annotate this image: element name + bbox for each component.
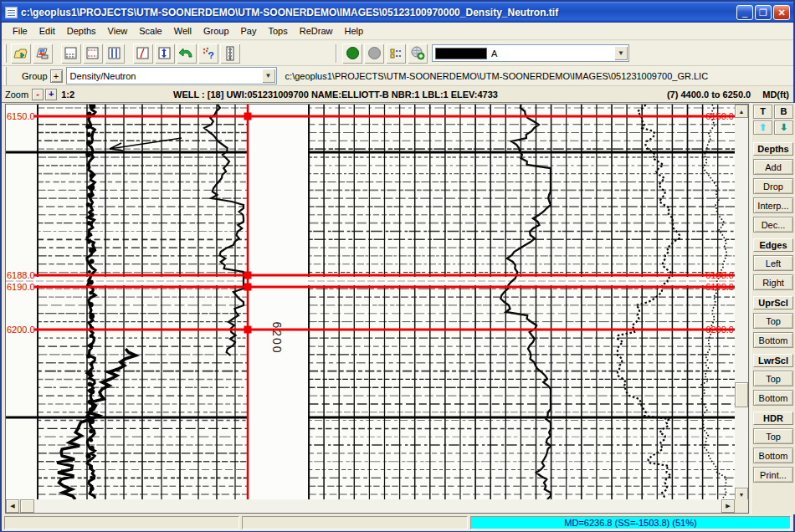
uprscl-bottom-button[interactable]: Bottom <box>753 332 793 348</box>
vertical-lines-icon[interactable] <box>105 43 125 64</box>
hdr-bottom-button[interactable]: Bottom <box>753 448 793 463</box>
group-label: Group <box>22 71 48 81</box>
scrollbar-corner <box>735 499 748 513</box>
edges-grid-icon[interactable] <box>83 43 103 64</box>
depths-interp--button[interactable]: Interp... <box>753 197 793 213</box>
section-header-uprscl: UprScl <box>753 296 793 309</box>
menu-item-pay[interactable]: Pay <box>235 24 263 38</box>
menu-item-view[interactable]: View <box>102 24 134 38</box>
section-header-edges: Edges <box>753 238 793 252</box>
well-info: WELL : [18] UWI:051231009700 NAME:ELLIOT… <box>173 90 498 100</box>
app-window: c:\geoplus1\PROJECTS\UTM-SOONERDEMO\UTM-… <box>0 0 795 532</box>
barcode-icon[interactable] <box>220 43 240 64</box>
zoom-label: Zoom <box>5 90 28 100</box>
status-panel-2 <box>242 516 468 529</box>
title-bar[interactable]: c:\geoplus1\PROJECTS\UTM-SOONERDEMO\UTM-… <box>2 2 793 23</box>
side-panel-sections: DepthsAddDropInterp...Dec...EdgesLeftRig… <box>753 136 793 483</box>
section-header-lwrscl: LwrScl <box>753 354 793 367</box>
horizontal-scroll-thumb[interactable] <box>20 499 34 513</box>
main-area: 62006150.06150.06188.06188.06190.06190.0… <box>2 103 795 514</box>
log-canvas[interactable]: 62006150.06150.06188.06188.06190.06190.0… <box>6 105 735 499</box>
groupbar-grip[interactable] <box>4 67 7 85</box>
zoom-ratio: 1:2 <box>61 90 74 100</box>
hdr-print--button[interactable]: Print... <box>753 467 793 483</box>
layer-color-swatch <box>435 48 487 59</box>
status-green-icon[interactable] <box>342 43 362 64</box>
toolbar-grip[interactable] <box>4 44 7 63</box>
lwrscl-top-button[interactable]: Top <box>753 371 793 386</box>
menu-item-help[interactable]: Help <box>338 24 369 38</box>
menu-item-edit[interactable]: Edit <box>33 24 61 38</box>
menu-item-group[interactable]: Group <box>197 24 235 38</box>
image-display-icon[interactable] <box>33 43 53 64</box>
uprscl-top-button[interactable]: Top <box>753 313 793 329</box>
depth-units: MD(ft) <box>762 90 789 100</box>
depths-drop-button[interactable]: Drop <box>753 178 793 194</box>
depths-dec--button[interactable]: Dec... <box>753 217 793 233</box>
scroll-up-arrow-button[interactable]: ⬆ <box>753 120 772 135</box>
curve-line-icon[interactable] <box>133 43 153 64</box>
section-header-depths: Depths <box>753 142 793 156</box>
svg-text:6190.0: 6190.0 <box>7 282 35 292</box>
group-select[interactable]: Density/Neutron ▼ <box>66 67 277 84</box>
layer-select[interactable]: A ▼ <box>432 44 629 62</box>
scroll-down-arrow-button[interactable]: ⬇ <box>774 120 793 135</box>
svg-text:6200.0: 6200.0 <box>7 325 35 335</box>
zoom-out-button[interactable]: - <box>32 89 44 100</box>
menu-item-scale[interactable]: Scale <box>133 24 168 38</box>
menu-item-depths[interactable]: Depths <box>61 24 102 38</box>
vertical-scroll-thumb[interactable] <box>735 382 748 407</box>
lwrscl-bottom-button[interactable]: Bottom <box>753 390 793 406</box>
depth-grid-icon[interactable] <box>61 43 81 64</box>
depth-range: (7) 4400.0 to 6250.0 <box>667 90 751 100</box>
svg-text:?: ? <box>208 50 214 60</box>
log-frame: 62006150.06150.06188.06188.06190.06190.0… <box>5 104 749 514</box>
app-icon <box>5 7 18 18</box>
group-select-arrow[interactable]: ▼ <box>262 69 275 83</box>
close-button[interactable]: ✕ <box>773 5 790 20</box>
section-header-hdr: HDR <box>753 412 793 425</box>
top-depth-button[interactable]: T <box>753 105 772 119</box>
menu-item-file[interactable]: File <box>7 24 33 38</box>
layer-select-arrow[interactable]: ▼ <box>614 46 628 60</box>
main-toolbar: ? A ▼ <box>2 41 793 66</box>
layer-label: A <box>491 49 497 59</box>
group-bar: Group + Density/Neutron ▼ c:\geoplus1\PR… <box>2 66 793 86</box>
svg-text:6200: 6200 <box>270 321 284 354</box>
group-add-button[interactable]: + <box>50 69 63 83</box>
scroll-up-icon[interactable]: ▲ <box>735 105 748 118</box>
bottom-depth-button[interactable]: B <box>774 105 793 119</box>
open-file-icon[interactable] <box>11 43 31 64</box>
md-readout: MD=6236.8 (SS=-1503.8) (51%) <box>470 516 791 529</box>
list-items-icon[interactable] <box>386 43 406 64</box>
window-title: c:\geoplus1\PROJECTS\UTM-SOONERDEMO\UTM-… <box>21 7 736 18</box>
image-path: c:\geoplus1\PROJECTS\UTM-SOONERDEMO\UTM-… <box>285 71 709 81</box>
svg-text:6190.0: 6190.0 <box>705 282 734 292</box>
status-gray-icon[interactable] <box>364 43 384 64</box>
menu-item-tops[interactable]: Tops <box>263 24 294 38</box>
zoom-in-button[interactable]: + <box>45 89 57 100</box>
menu-item-redraw[interactable]: ReDraw <box>294 24 339 38</box>
edges-left-button[interactable]: Left <box>753 255 793 271</box>
maximize-button[interactable]: ❐ <box>755 5 772 20</box>
scroll-left-icon[interactable]: ◀ <box>6 499 19 513</box>
scroll-right-icon[interactable]: ▶ <box>721 499 735 513</box>
globe-add-icon[interactable] <box>408 43 428 64</box>
minimize-button[interactable]: _ <box>736 5 753 20</box>
svg-text:6188.0: 6188.0 <box>705 270 734 280</box>
undo-redraw-icon[interactable] <box>177 43 197 64</box>
depths-add-button[interactable]: Add <box>753 159 793 175</box>
edges-right-button[interactable]: Right <box>753 274 793 290</box>
hdr-top-button[interactable]: Top <box>753 428 793 444</box>
svg-text:6150.0: 6150.0 <box>705 111 734 121</box>
fit-vertical-icon[interactable] <box>155 43 175 64</box>
svg-text:6200.0: 6200.0 <box>705 325 734 335</box>
menu-item-well[interactable]: Well <box>168 24 197 38</box>
svg-text:6188.0: 6188.0 <box>7 270 35 280</box>
toolbar-separator <box>336 44 337 63</box>
svg-text:6150.0: 6150.0 <box>7 111 35 121</box>
render-help-icon[interactable]: ? <box>198 43 218 64</box>
vertical-scrollbar[interactable]: ▲ ▼ <box>735 105 748 501</box>
menu-bar: FileEditDepthsViewScaleWellGroupPayTopsR… <box>2 23 793 40</box>
horizontal-scrollbar[interactable]: ◀ ▶ <box>6 499 735 513</box>
